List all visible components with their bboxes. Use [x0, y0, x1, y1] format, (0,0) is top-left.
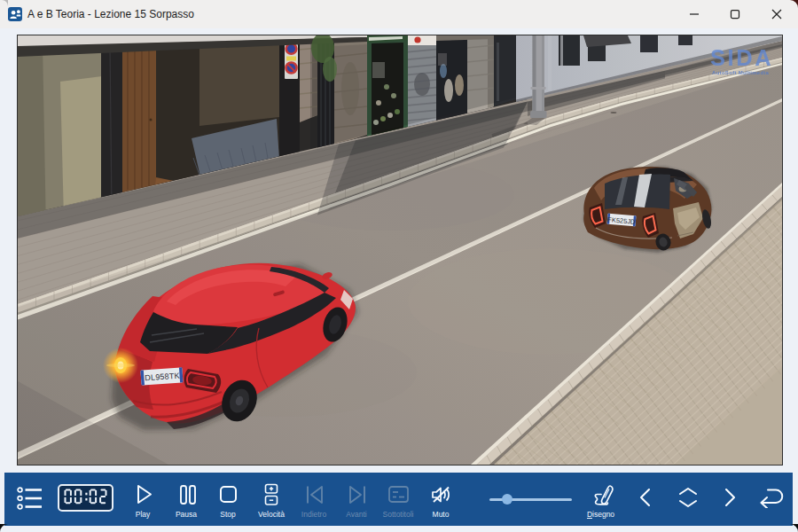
- svg-text:SIDA: SIDA: [710, 45, 773, 70]
- svg-text:AutoSoft Multimedia: AutoSoft Multimedia: [712, 70, 769, 75]
